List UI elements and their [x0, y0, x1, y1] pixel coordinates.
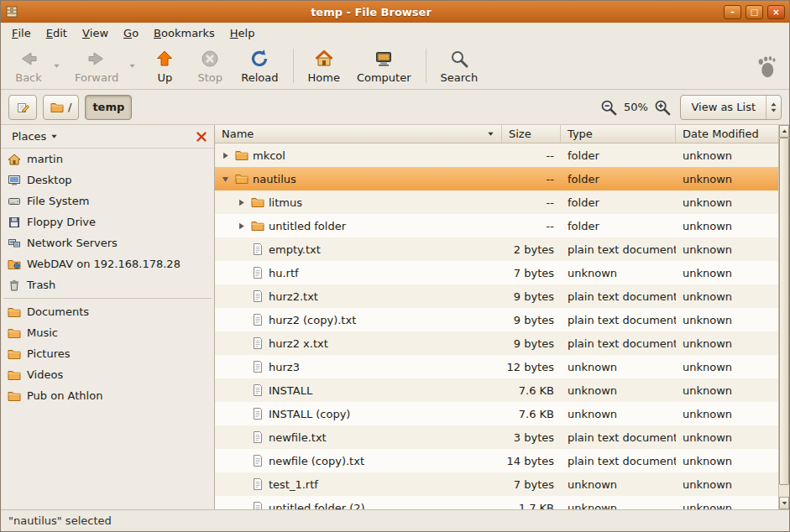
scroll-up-icon [782, 128, 787, 134]
toolbar-reload-button[interactable]: Reload [233, 44, 286, 87]
view-mode-stepper[interactable] [766, 100, 781, 115]
toolbar-forward-button[interactable]: Forward [66, 44, 127, 87]
file-row[interactable]: nautilus--folderunknown [215, 167, 778, 190]
sidebar-item-file-system[interactable]: File System [1, 190, 214, 211]
file-row[interactable]: newfile (copy).txt14 bytesplain text doc… [215, 449, 778, 472]
sidebar-item-label: Floppy Drive [27, 216, 96, 228]
column-header-date-modified[interactable]: Date Modified [676, 125, 778, 143]
vertical-scrollbar[interactable] [778, 125, 789, 509]
minimize-button[interactable]: – [724, 5, 741, 19]
menu-view[interactable]: View [75, 23, 116, 43]
forward-icon [86, 49, 107, 69]
folder-icon [235, 172, 249, 185]
file-row[interactable]: hurz2 (copy).txt9 bytesplain text docume… [215, 308, 778, 331]
folder-icon [8, 347, 21, 361]
file-size-cell: 7.6 KB [502, 378, 561, 402]
edit-location-icon [16, 101, 29, 114]
file-row[interactable]: hu.rtf7 bytesunknownunknown [215, 261, 778, 284]
toolbar-search-button[interactable]: Search [432, 44, 487, 87]
file-row[interactable]: untitled folder--folderunknown [215, 214, 778, 237]
column-header-type[interactable]: Type [561, 125, 676, 143]
statusbar: "nautilus" selected [1, 509, 789, 531]
file-date-cell: unknown [676, 472, 778, 496]
sidebar-close-button[interactable] [195, 130, 208, 143]
toggle-location-entry-button[interactable] [8, 95, 37, 120]
file-row[interactable]: hurz2 x.txt9 bytesplain text documentunk… [215, 331, 778, 355]
file-row[interactable]: litmus--folderunknown [215, 190, 778, 214]
root-path-button[interactable]: / [43, 95, 79, 120]
close-button[interactable]: × [767, 5, 785, 19]
sidebar-item-floppy-drive[interactable]: Floppy Drive [1, 211, 214, 232]
toolbar-stop-button[interactable]: Stop [187, 44, 233, 87]
menu-file[interactable]: File [4, 23, 39, 43]
sidebar-item-martin[interactable]: martin [1, 149, 214, 170]
maximize-button[interactable]: □ [746, 5, 763, 19]
toolbar-home-button[interactable]: Home [300, 44, 348, 87]
file-row[interactable]: INSTALL (copy)7.6 KBunknownunknown [215, 402, 778, 425]
sidebar-item-videos[interactable]: Videos [1, 364, 214, 385]
zoom-in-button[interactable] [654, 99, 671, 116]
file-size-cell: -- [502, 190, 561, 214]
menu-go[interactable]: Go [116, 23, 146, 43]
window-icon [5, 5, 18, 18]
places-selector[interactable]: Places [7, 128, 63, 144]
column-header-label: Size [509, 128, 531, 140]
file-icon [251, 243, 264, 256]
toolbar-button-label: Computer [357, 71, 411, 84]
sidebar-item-network-servers[interactable]: Network Servers [1, 232, 214, 253]
file-name-cell: INSTALL (copy) [215, 402, 502, 425]
expander-closed-icon[interactable] [236, 197, 247, 208]
menu-help[interactable]: Help [222, 23, 263, 43]
column-header-name[interactable]: Name [215, 125, 502, 143]
file-row[interactable]: newfile.txt3 bytesplain text documentunk… [215, 425, 778, 449]
file-row[interactable]: hurz2.txt9 bytesplain text documentunkno… [215, 284, 778, 308]
file-type-cell: unknown [561, 378, 676, 402]
sidebar-item-pictures[interactable]: Pictures [1, 343, 214, 364]
file-name-cell: hu.rtf [215, 261, 502, 284]
file-row[interactable]: INSTALL7.6 KBunknownunknown [215, 378, 778, 402]
expander-closed-icon[interactable] [220, 150, 231, 161]
file-row[interactable]: untitled folder (2)1.7 KBunknownunknown [215, 496, 778, 509]
menu-bookmarks[interactable]: Bookmarks [146, 23, 222, 43]
file-name: untitled folder (2) [269, 502, 365, 510]
file-name-cell: untitled folder [215, 214, 502, 237]
file-row[interactable]: hurz312 bytesunknownunknown [215, 355, 778, 378]
expander-open-icon[interactable] [220, 174, 231, 185]
folder-icon [8, 368, 21, 382]
sidebar-item-trash[interactable]: Trash [1, 274, 214, 295]
sidebar-item-pub-on-athlon[interactable]: Pub on Athlon [1, 385, 214, 406]
sidebar-item-desktop[interactable]: Desktop [1, 170, 214, 190]
file-name: INSTALL [269, 384, 312, 397]
titlebar[interactable]: temp - File Browser – □ × [1, 1, 789, 23]
toolbar-up-button[interactable]: Up [142, 44, 187, 87]
zoom-out-button[interactable] [600, 99, 617, 116]
toolbar-computer-button[interactable]: Computer [348, 44, 420, 87]
toolbar-back-button[interactable]: Back [6, 44, 51, 87]
file-name: empty.txt [269, 243, 321, 256]
file-row[interactable]: mkcol--folderunknown [215, 143, 778, 167]
toolbar-back-dropdown[interactable] [51, 44, 62, 87]
folder-icon [8, 305, 21, 319]
file-row[interactable]: test_1.rtf7 bytesunknownunknown [215, 472, 778, 496]
view-mode-select[interactable]: View as List [680, 95, 782, 120]
scroll-up-button[interactable] [779, 125, 789, 138]
file-type-cell: unknown [561, 402, 676, 425]
scrollbar-thumb[interactable] [779, 138, 789, 485]
menu-edit[interactable]: Edit [39, 23, 75, 43]
expander-closed-icon[interactable] [236, 221, 247, 232]
sidebar-item-music[interactable]: Music [1, 322, 214, 343]
toolbar-forward-dropdown[interactable] [127, 44, 138, 87]
file-row[interactable]: empty.txt2 bytesplain text documentunkno… [215, 237, 778, 261]
column-header-size[interactable]: Size [502, 125, 561, 143]
sidebar-item-label: Trash [27, 279, 55, 291]
sidebar-item-documents[interactable]: Documents [1, 301, 214, 322]
current-path-button[interactable]: temp [85, 95, 132, 120]
file-name: newfile.txt [269, 431, 327, 444]
toolbar-spacer [486, 44, 754, 87]
expander-spacer [236, 385, 247, 396]
file-size-cell: 14 bytes [502, 449, 561, 472]
sidebar-item-webdav-on-192-168-178-28[interactable]: WebDAV on 192.168.178.28 [1, 253, 214, 274]
gnome-throbber-icon [754, 54, 779, 79]
expander-spacer [236, 338, 247, 349]
scroll-down-button[interactable] [779, 497, 789, 509]
